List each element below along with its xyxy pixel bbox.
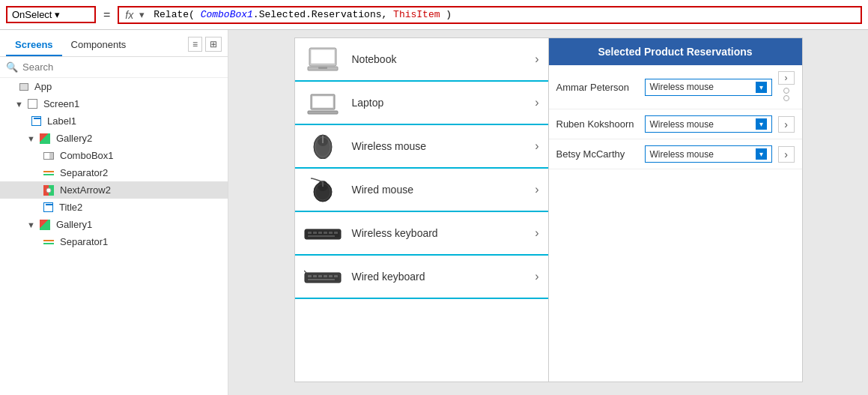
tree-label-separator1: Separator1 bbox=[60, 236, 108, 247]
product-item-wired-mouse[interactable]: Wired mouse › bbox=[295, 169, 548, 212]
product-name-wired-mouse: Wired mouse bbox=[352, 184, 525, 196]
tab-components[interactable]: Components bbox=[62, 34, 136, 56]
tree-item-nextarrow2[interactable]: NextArrow2 bbox=[0, 181, 228, 199]
equals-sign: = bbox=[100, 8, 113, 22]
expand-arrow-gallery1: ▼ bbox=[27, 220, 35, 229]
reservation-row-3: Betsy McCarthy Wireless mouse ▾ › bbox=[549, 139, 802, 169]
tab-screens[interactable]: Screens bbox=[6, 34, 62, 56]
product-item-notebook[interactable]: Notebook › bbox=[295, 38, 548, 82]
fx-dropdown[interactable]: ▾ bbox=[139, 9, 145, 20]
tree-item-label1[interactable]: Label1 bbox=[0, 112, 228, 130]
search-icon: 🔍 bbox=[6, 61, 18, 73]
reservation-select-arrow-2: ▾ bbox=[756, 118, 767, 130]
tree-label-combobox1: ComboBox1 bbox=[60, 150, 114, 161]
reservation-select-1[interactable]: Wireless mouse ▾ bbox=[645, 79, 772, 96]
reservation-name-1: Ammar Peterson bbox=[556, 82, 639, 93]
product-arrow-wired-keyboard: › bbox=[535, 270, 538, 283]
product-arrow-notebook: › bbox=[535, 52, 538, 66]
icon-gallery2 bbox=[40, 133, 50, 144]
svg-rect-4 bbox=[311, 49, 335, 64]
icon-combobox1 bbox=[43, 152, 54, 160]
formula-select[interactable]: OnSelect ▾ bbox=[6, 6, 96, 23]
product-icon-notebook bbox=[304, 46, 342, 73]
main-layout: Screens Components ≡ ⊞ 🔍 App ▼ bbox=[0, 30, 868, 395]
tree-item-gallery2[interactable]: ▼ Gallery2 bbox=[0, 130, 228, 147]
product-item-wireless-keyboard[interactable]: Wireless keyboard › bbox=[295, 212, 548, 256]
reservation-nav-2[interactable]: › bbox=[778, 116, 795, 133]
reservation-select-3[interactable]: Wireless mouse ▾ bbox=[645, 145, 772, 163]
product-item-wired-keyboard[interactable]: Wired keyboard › bbox=[295, 256, 548, 299]
reservation-row-1: Ammar Peterson Wireless mouse ▾ › bbox=[549, 65, 802, 109]
svg-rect-20 bbox=[308, 232, 312, 234]
tree-item-title2[interactable]: Title2 bbox=[0, 199, 228, 216]
icon-gallery1 bbox=[40, 220, 50, 230]
tree-item-separator2[interactable]: Separator2 bbox=[0, 164, 228, 181]
reservation-select-text-2: Wireless mouse bbox=[650, 119, 753, 130]
reservation-select-2[interactable]: Wireless mouse ▾ bbox=[645, 115, 772, 133]
tree-item-app[interactable]: App bbox=[0, 78, 228, 95]
icon-separator2 bbox=[43, 168, 54, 178]
icon-screen1 bbox=[28, 99, 37, 109]
svg-rect-22 bbox=[318, 232, 322, 234]
icon-label1 bbox=[31, 116, 41, 126]
tree-label-screen1: Screen1 bbox=[43, 98, 79, 109]
product-list: Notebook › Laptop › bbox=[294, 37, 549, 382]
tree-label-nextarrow2: NextArrow2 bbox=[60, 184, 111, 196]
formula-part-3: .Selected.Reservations, bbox=[253, 9, 387, 20]
reservation-row-2: Ruben Kokshoorn Wireless mouse ▾ › bbox=[549, 109, 802, 139]
tree-label-gallery2: Gallery2 bbox=[56, 133, 92, 144]
icon-separator1 bbox=[43, 237, 54, 247]
svg-rect-21 bbox=[313, 232, 317, 234]
formula-part-5: ) bbox=[440, 9, 452, 20]
svg-rect-35 bbox=[308, 279, 335, 280]
reservations-panel: Selected Product Reservations Ammar Pete… bbox=[548, 37, 803, 382]
tree-item-gallery1[interactable]: ▼ Gallery1 bbox=[0, 216, 228, 233]
product-name-wireless-keyboard: Wireless keyboard bbox=[352, 227, 525, 239]
expand-arrow-screen1: ▼ bbox=[15, 100, 23, 109]
product-icon-laptop bbox=[304, 89, 342, 116]
search-input[interactable] bbox=[22, 61, 222, 73]
product-name-wireless-mouse: Wireless mouse bbox=[352, 140, 525, 152]
top-bar: OnSelect ▾ = fx ▾ Relate( ComboBox1.Sele… bbox=[0, 0, 868, 30]
reservation-name-2: Ruben Kokshoorn bbox=[556, 118, 639, 130]
reservation-name-3: Betsy McCarthy bbox=[556, 148, 639, 160]
product-name-laptop: Laptop bbox=[352, 97, 525, 109]
product-arrow-wireless-keyboard: › bbox=[535, 226, 538, 240]
icon-app bbox=[19, 83, 28, 91]
formula-part-4: ThisItem bbox=[387, 9, 440, 20]
product-icon-wireless-keyboard bbox=[304, 220, 342, 247]
nav-circles-1 bbox=[778, 86, 795, 103]
tree-panel: App ▼ Screen1 Label1 ▼ Gallery2 bbox=[0, 78, 228, 395]
svg-point-2 bbox=[46, 188, 51, 193]
svg-rect-26 bbox=[308, 235, 335, 237]
icon-title2 bbox=[43, 202, 53, 212]
tree-label-separator2: Separator2 bbox=[60, 167, 108, 178]
product-arrow-wireless-mouse: › bbox=[535, 139, 538, 153]
tree-label-title2: Title2 bbox=[59, 202, 82, 213]
tree-item-combobox1[interactable]: ComboBox1 bbox=[0, 147, 228, 164]
search-bar: 🔍 bbox=[0, 57, 228, 78]
reservation-nav-top-1[interactable]: › bbox=[778, 71, 795, 85]
svg-rect-8 bbox=[312, 96, 333, 108]
fx-label: fx bbox=[125, 9, 133, 21]
tree-item-screen1[interactable]: ▼ Screen1 bbox=[0, 95, 228, 112]
formula-text: Relate( ComboBox1.Selected.Reservations,… bbox=[154, 9, 452, 20]
grid-view-button[interactable]: ⊞ bbox=[205, 37, 222, 52]
select-arrow: ▾ bbox=[55, 9, 60, 20]
list-view-button[interactable]: ≡ bbox=[188, 37, 202, 52]
formula-part-1: Relate( bbox=[154, 9, 195, 20]
product-item-wireless-mouse[interactable]: Wireless mouse › bbox=[295, 125, 548, 169]
svg-rect-34 bbox=[334, 275, 338, 277]
tab-bar: Screens Components ≡ ⊞ bbox=[0, 30, 228, 57]
svg-rect-25 bbox=[334, 232, 338, 234]
reservation-nav-3[interactable]: › bbox=[778, 146, 795, 163]
formula-bar[interactable]: fx ▾ Relate( ComboBox1.Selected.Reservat… bbox=[118, 6, 862, 24]
product-item-laptop[interactable]: Laptop › bbox=[295, 82, 548, 125]
svg-rect-24 bbox=[329, 232, 333, 234]
tree-item-separator1[interactable]: Separator1 bbox=[0, 233, 228, 250]
reservation-select-arrow-1: ▾ bbox=[756, 82, 767, 93]
product-icon-wired-mouse bbox=[304, 176, 342, 203]
tree-label-app: App bbox=[34, 81, 52, 92]
canvas-area: Notebook › Laptop › bbox=[228, 30, 868, 395]
product-arrow-wired-mouse: › bbox=[535, 183, 538, 196]
